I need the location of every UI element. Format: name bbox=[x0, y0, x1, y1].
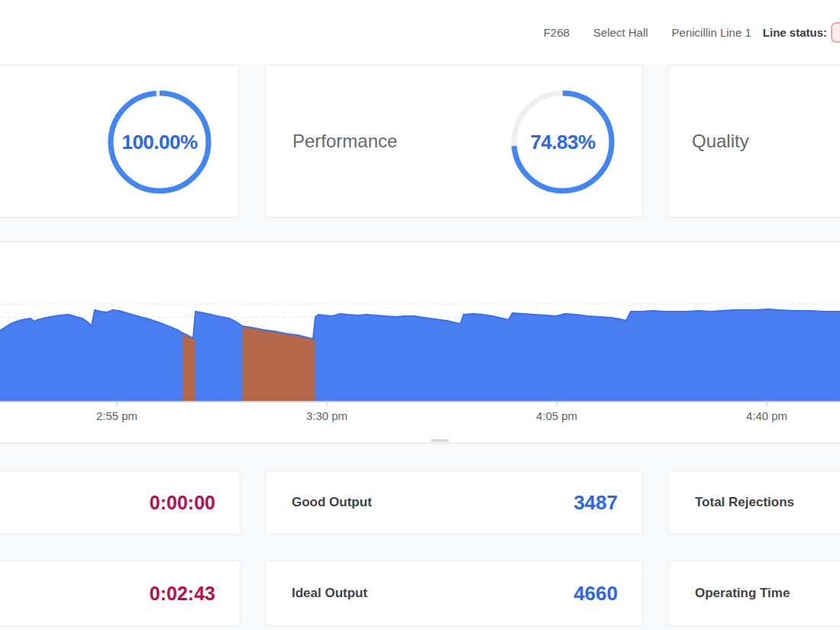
line-status-badge bbox=[831, 22, 840, 43]
topbar: F268 Select Hall Penicillin Line 1 Line … bbox=[0, 0, 840, 64]
quality-label: Quality bbox=[692, 131, 749, 152]
good-output-value: 3487 bbox=[573, 491, 618, 515]
ideal-output-value: 4660 bbox=[573, 582, 618, 606]
availability-card: 100.00% bbox=[0, 65, 239, 218]
availability-gauge: 100.00% bbox=[106, 89, 213, 195]
performance-label: Performance bbox=[292, 131, 397, 152]
operating-time-label: Operating Time bbox=[695, 586, 790, 601]
plant-code-label: F268 bbox=[544, 26, 570, 39]
chart-canvas[interactable]: 2:55 pm3:30 pm4:05 pm4:40 pm bbox=[0, 242, 840, 443]
x-axis-tick-label: 2:55 pm bbox=[96, 409, 137, 422]
availability-value: 100.00% bbox=[106, 89, 213, 195]
line-status-label: Line status: bbox=[763, 26, 827, 39]
chart-resize-handle[interactable] bbox=[431, 439, 449, 442]
total-rejections-label: Total Rejections bbox=[695, 495, 794, 510]
performance-value: 74.83% bbox=[509, 89, 616, 195]
idle-time-value: 0:00:00 bbox=[150, 492, 215, 514]
x-axis-tick-label: 4:05 pm bbox=[536, 409, 577, 422]
hall-selector[interactable]: Select Hall bbox=[593, 26, 648, 39]
performance-card: Performance 74.83% bbox=[265, 65, 643, 218]
good-output-label: Good Output bbox=[292, 495, 372, 510]
idle-time-card: 0:00:00 bbox=[0, 470, 241, 535]
line-selector[interactable]: Penicillin Line 1 bbox=[672, 26, 751, 39]
good-output-card: Good Output 3487 bbox=[265, 470, 643, 535]
ideal-output-label: Ideal Output bbox=[292, 586, 367, 601]
topbar-items: F268 Select Hall Penicillin Line 1 Line … bbox=[544, 0, 840, 64]
ideal-output-card: Ideal Output 4660 bbox=[265, 561, 643, 626]
x-axis-tick-label: 3:30 pm bbox=[306, 409, 347, 422]
operating-time-card: Operating Time bbox=[668, 561, 840, 626]
performance-gauge: 74.83% bbox=[509, 89, 616, 195]
downtime-card: 0:02:43 bbox=[0, 561, 241, 626]
downtime-value: 0:02:43 bbox=[150, 583, 215, 605]
quality-card: Quality bbox=[668, 65, 840, 218]
production-rate-chart[interactable]: 2:55 pm3:30 pm4:05 pm4:40 pm bbox=[0, 241, 840, 444]
total-rejections-card: Total Rejections bbox=[668, 470, 840, 535]
x-axis-tick-label: 4:40 pm bbox=[746, 409, 787, 422]
